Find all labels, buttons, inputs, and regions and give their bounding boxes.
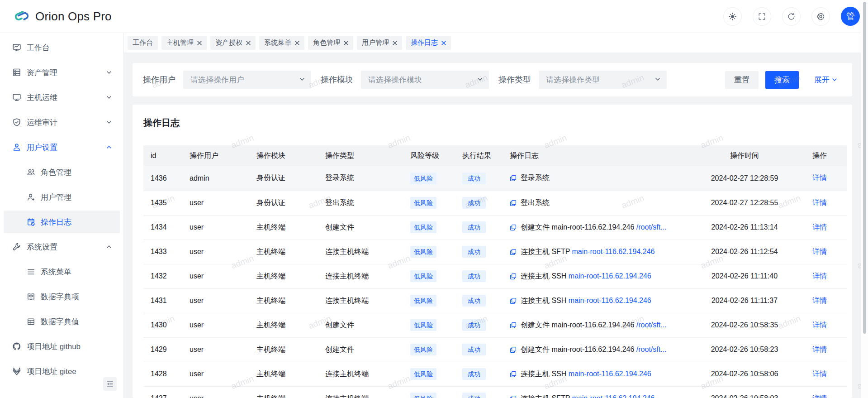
cell-result: 成功 <box>455 264 503 288</box>
sidebar-item-host-ops[interactable]: 主机运维 <box>4 86 120 109</box>
cell-risk: 低风险 <box>403 264 455 288</box>
sidebar-item-system-menu[interactable]: 系统菜单 <box>4 260 120 283</box>
theme-icon[interactable] <box>723 7 742 26</box>
detail-link[interactable]: 详情 <box>812 394 827 398</box>
vertical-scrollbar[interactable] <box>861 0 868 398</box>
settings-icon[interactable] <box>811 7 830 26</box>
detail-link[interactable]: 详情 <box>812 272 827 280</box>
copy-icon[interactable] <box>510 371 521 378</box>
sidebar-item-workbench[interactable]: 工作台 <box>4 36 120 59</box>
tab-操作日志[interactable]: 操作日志 <box>406 36 451 50</box>
detail-link[interactable]: 详情 <box>812 174 827 182</box>
copy-icon[interactable] <box>510 346 521 353</box>
cell-risk: 低风险 <box>403 240 455 264</box>
sidebar-item-asset-management[interactable]: 资产管理 <box>4 61 120 84</box>
tab-工作台[interactable]: 工作台 <box>128 36 158 50</box>
sidebar: 工作台资产管理主机运维运维审计用户设置角色管理用户管理操作日志系统设置系统菜单数… <box>0 33 124 398</box>
filter-select-1[interactable]: 请选择操作模块 <box>361 71 489 89</box>
reset-button[interactable]: 重置 <box>725 71 759 89</box>
sidebar-item-github[interactable]: 项目地址 github <box>4 335 120 358</box>
sidebar-item-user-settings[interactable]: 用户设置 <box>4 136 120 158</box>
detail-link[interactable]: 详情 <box>812 248 827 255</box>
tab-主机管理[interactable]: 主机管理 <box>161 36 207 50</box>
sidebar-item-system-settings[interactable]: 系统设置 <box>4 235 120 258</box>
sidebar-item-user-management[interactable]: 用户管理 <box>4 186 120 208</box>
filter-label: 操作模块 <box>321 74 353 85</box>
cell-module: 主机终端 <box>249 337 318 362</box>
copy-icon[interactable] <box>510 297 521 304</box>
close-icon[interactable] <box>393 41 397 45</box>
cell-result: 成功 <box>455 386 503 398</box>
log-link[interactable]: main-root-116.62.194.246 <box>569 297 651 304</box>
copy-icon[interactable] <box>510 273 521 280</box>
cell-id: 1430 <box>143 313 182 337</box>
tab-角色管理[interactable]: 角色管理 <box>308 36 353 50</box>
header-actions: 管 <box>723 7 868 26</box>
cell-log: 连接主机 SSH main-root-116.62.194.246 <box>503 362 684 386</box>
tab-用户管理[interactable]: 用户管理 <box>357 36 402 50</box>
sidebar-item-gitee[interactable]: 项目地址 gitee <box>4 360 120 383</box>
copy-icon[interactable] <box>510 249 521 255</box>
cell-id: 1434 <box>143 215 182 240</box>
chevron-down-icon <box>106 120 112 125</box>
scrollbar-thumb[interactable] <box>863 2 866 334</box>
copy-icon[interactable] <box>510 200 521 206</box>
cell-log: 创建文件 main-root-116.62.194.246 /root/sft.… <box>503 337 684 362</box>
tab-系统菜单[interactable]: 系统菜单 <box>259 36 304 50</box>
detail-link[interactable]: 详情 <box>812 370 827 378</box>
brand[interactable]: Orion Ops Pro <box>0 8 112 25</box>
tab-资产授权[interactable]: 资产授权 <box>210 36 256 50</box>
table-row: 1428user主机终端连接主机终端低风险成功连接主机 SSH main-roo… <box>143 362 847 386</box>
copy-icon[interactable] <box>510 224 521 231</box>
log-link[interactable]: /root/sft... <box>636 345 667 353</box>
copy-icon[interactable] <box>510 395 521 398</box>
avatar[interactable]: 管 <box>841 7 860 26</box>
cell-risk: 低风险 <box>403 337 455 362</box>
expand-toggle[interactable]: 展开 <box>814 75 837 85</box>
detail-link[interactable]: 详情 <box>812 321 827 329</box>
sidebar-item-role-management[interactable]: 角色管理 <box>4 161 120 183</box>
table-row: 1434user主机终端创建文件低风险成功创建文件 main-root-116.… <box>143 215 847 240</box>
user-add-icon <box>27 193 35 201</box>
log-link[interactable]: main-root-116.62.194.246 <box>569 370 651 378</box>
operation-log-table: id操作用户操作模块操作类型风险等级执行结果操作日志操作时间操作 1436adm… <box>143 145 847 398</box>
wrench-icon <box>12 242 21 251</box>
sidebar-item-operation-log[interactable]: 操作日志 <box>4 211 120 233</box>
copy-icon[interactable] <box>510 322 521 329</box>
detail-link[interactable]: 详情 <box>812 297 827 304</box>
table-row: 1429user主机终端创建文件低风险成功创建文件 main-root-116.… <box>143 337 847 362</box>
log-link[interactable]: main-root-116.62.194.246 <box>572 248 655 255</box>
copy-icon[interactable] <box>510 175 521 182</box>
detail-link[interactable]: 详情 <box>812 199 827 206</box>
log-link[interactable]: main-root-116.62.194.246 <box>572 394 655 398</box>
refresh-icon[interactable] <box>782 7 801 26</box>
close-icon[interactable] <box>295 41 299 45</box>
close-icon[interactable] <box>344 41 348 45</box>
filter-select-2[interactable]: 请选择操作类型 <box>539 71 667 89</box>
cell-action: 详情 <box>805 264 847 288</box>
cell-module: 主机终端 <box>249 264 318 288</box>
detail-link[interactable]: 详情 <box>812 223 827 231</box>
sidebar-collapse-button[interactable] <box>103 377 117 391</box>
log-link[interactable]: /root/sft... <box>636 321 667 329</box>
tab-label: 系统菜单 <box>264 38 291 47</box>
log-link[interactable]: /root/sft... <box>636 223 667 231</box>
risk-badge: 低风险 <box>410 221 436 233</box>
cell-module: 身份认证 <box>249 166 318 191</box>
close-icon[interactable] <box>246 41 251 45</box>
sidebar-item-dict-keys[interactable]: 数据字典项 <box>4 285 120 308</box>
sidebar-item-ops-audit[interactable]: 运维审计 <box>4 111 120 134</box>
chevron-up-icon <box>106 144 112 150</box>
log-link[interactable]: main-root-116.62.194.246 <box>569 272 651 280</box>
cell-time: 2024-02-26 10:58:23 <box>684 337 805 362</box>
table-row: 1432user主机终端连接主机终端低风险成功连接主机 SSH main-roo… <box>143 264 847 288</box>
cell-time: 2024-02-26 10:58:03 <box>684 386 805 398</box>
table-row: 1430user主机终端创建文件低风险成功创建文件 main-root-116.… <box>143 313 847 337</box>
detail-link[interactable]: 详情 <box>812 345 827 353</box>
filter-select-0[interactable]: 请选择操作用户 <box>183 71 311 89</box>
search-button[interactable]: 搜索 <box>765 71 799 89</box>
fullscreen-icon[interactable] <box>753 7 771 26</box>
close-icon[interactable] <box>441 41 446 45</box>
sidebar-item-dict-values[interactable]: 数据字典值 <box>4 310 120 333</box>
close-icon[interactable] <box>197 41 202 45</box>
